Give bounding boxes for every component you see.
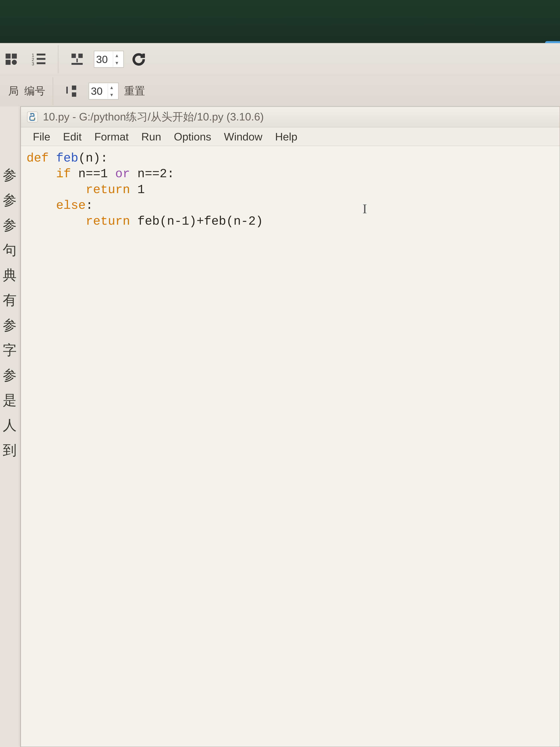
code-func-name: feb [56,151,78,165]
code-keyword-def: def [27,151,56,165]
left-strip-char: 句 [0,237,20,263]
code-text: 1 [130,183,145,197]
svg-rect-9 [37,62,46,64]
left-strip-char: 参 [0,212,20,237]
svg-rect-0 [6,54,11,59]
left-strip-char: 有 [0,288,20,313]
code-text: : [86,199,93,212]
menu-edit[interactable]: Edit [57,128,88,145]
background-app-toolbar: 123 ▴▾ 局 编号 I ▴▾ 重置 [0,43,560,106]
toolbar-label-reset[interactable]: 重置 [124,84,145,98]
menu-file[interactable]: File [27,128,57,145]
idle-editor-window: 10.py - G:/python练习/从头开始/10.py (3.10.6) … [21,106,560,747]
code-text: n==2: [130,167,175,181]
code-text: n==1 [71,167,115,181]
text-caret-icon: I [363,200,367,217]
left-strip-char: 参 [0,363,20,388]
svg-rect-7 [37,54,46,55]
spinner-arrows[interactable]: ▴▾ [108,84,115,99]
spacing-before-input[interactable] [94,53,113,66]
left-strip-char: 典 [0,263,20,288]
menu-window[interactable]: Window [217,128,269,145]
toolbar-label-numbering: 编号 [24,84,45,98]
code-keyword-if: if [27,167,71,181]
toolbar-label-layout: 局 [0,84,19,98]
left-strip-char: 参 [0,162,20,187]
toolbar-separator [53,77,53,105]
idle-menubar: File Edit Format Run Options Window Help [21,127,560,146]
reset-button[interactable] [129,50,148,69]
menu-run[interactable]: Run [135,128,167,145]
idle-window-title: 10.py - G:/python练习/从头开始/10.py (3.10.6) [43,110,264,124]
left-strip-char: 参 [0,313,20,338]
code-text: (n): [78,151,108,165]
menu-format[interactable]: Format [88,128,135,145]
svg-rect-8 [37,58,46,60]
svg-text:3: 3 [32,61,34,66]
left-strip-char: 人 [0,413,20,438]
svg-rect-12 [72,63,83,65]
spacing-icon[interactable] [66,52,88,67]
svg-rect-2 [6,60,11,65]
left-strip-char: 字 [0,338,20,363]
numbered-list-icon[interactable]: 123 [28,52,50,67]
svg-rect-1 [12,54,17,59]
left-strip-char: 参 [0,187,20,212]
spacing-before-spinner[interactable]: ▴▾ [94,51,124,68]
spinner-arrows[interactable]: ▴▾ [113,52,121,67]
code-text: feb(n-1)+feb(n-2) [130,214,263,228]
background-left-panel: 参 参 参 句 典 有 参 字 参 是 人 到 [0,106,21,747]
code-keyword-or: or [115,167,130,181]
svg-text:2: 2 [32,57,34,62]
svg-point-17 [30,114,31,115]
idle-code-editor[interactable]: def feb(n): if n==1 or n==2: return 1 el… [21,146,560,747]
layout-icon[interactable] [0,52,22,67]
svg-rect-10 [72,54,76,58]
python-file-icon [27,111,38,123]
left-strip-char: 到 [0,438,20,463]
menu-options[interactable]: Options [168,128,218,145]
svg-text:I: I [66,85,69,96]
svg-text:1: 1 [32,53,34,58]
svg-rect-15 [72,92,76,97]
svg-rect-11 [78,54,83,58]
spacing-after-input[interactable] [89,85,108,97]
text-spacing-icon[interactable]: I [61,84,83,99]
desktop-background-top [0,0,560,43]
code-keyword-return: return [27,214,130,228]
spacing-after-spinner[interactable]: ▴▾ [89,83,118,100]
code-keyword-return: return [27,183,130,197]
left-strip-char: 是 [0,388,20,413]
svg-point-3 [12,60,17,65]
svg-point-18 [33,119,34,120]
toolbar-separator [58,45,58,73]
menu-help[interactable]: Help [269,128,304,145]
code-keyword-else: else [27,199,86,212]
svg-rect-14 [72,85,76,90]
reload-icon [131,52,146,67]
idle-titlebar[interactable]: 10.py - G:/python练习/从头开始/10.py (3.10.6) [21,107,560,127]
